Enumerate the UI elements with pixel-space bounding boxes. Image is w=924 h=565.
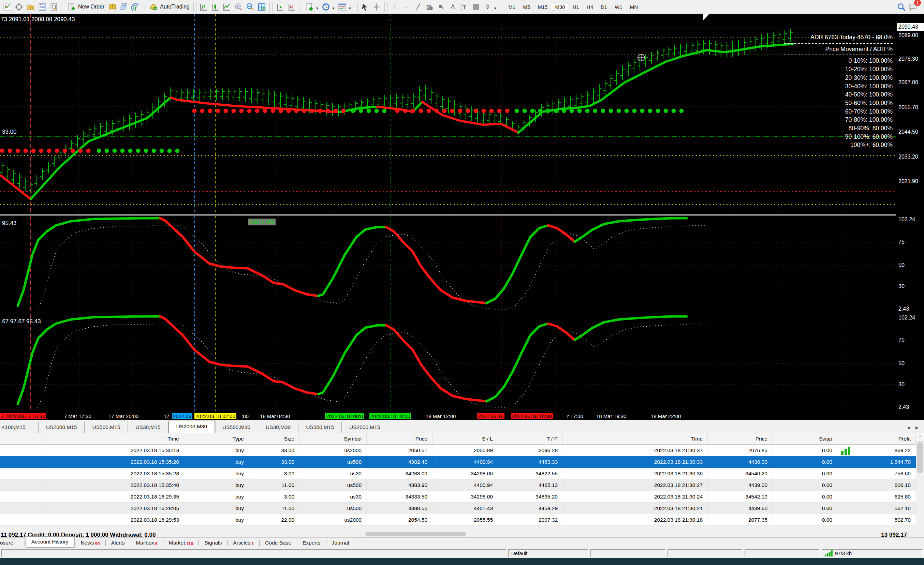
- chart-tab-us2000-m15[interactable]: US2000,M15: [342, 422, 388, 433]
- chart-tab-us500-m15[interactable]: US500,M15: [298, 422, 342, 433]
- terminal-tab-journal[interactable]: Journal: [327, 538, 354, 547]
- new-order-icon[interactable]: [66, 2, 77, 12]
- tile-windows-icon[interactable]: [257, 2, 267, 12]
- table-row[interactable]: 2022.03.18 15:35:13buy33.00us20002050.51…: [0, 445, 924, 456]
- shapes-tool-icon[interactable]: [471, 2, 481, 12]
- search-icon[interactable]: [896, 2, 906, 12]
- time-axis[interactable]: 7 2022.03.17 16:307 Mar 17:3017 Mar 20:0…: [0, 412, 924, 420]
- chart-tab-bar: K100,M15US2000,M15US500,M15US30,M15US200…: [0, 420, 924, 433]
- terminal-tab-code-base[interactable]: Code Base: [260, 538, 296, 547]
- column-header-type[interactable]: Type: [184, 433, 249, 444]
- column-header-price[interactable]: Price: [708, 433, 772, 444]
- terminal-tab-mailbox[interactable]: Mailbox6: [131, 538, 162, 548]
- chart-tab-us30-m30[interactable]: US30,M30: [258, 422, 298, 433]
- time-axis-label: 18 Mar 22:00: [651, 413, 681, 419]
- templates-dropdown-arrow[interactable]: ▼: [348, 6, 352, 10]
- horizontal-line-tool-icon[interactable]: —: [402, 2, 412, 12]
- strategy-cloud-icon[interactable]: [119, 2, 129, 12]
- timeframe-m30[interactable]: M30: [552, 3, 568, 11]
- chart-tab-k100-m15[interactable]: K100,M15: [0, 422, 39, 433]
- templates-icon[interactable]: [338, 2, 348, 12]
- chat-icon[interactable]: 1: [908, 2, 918, 12]
- autotrading-hat-icon[interactable]: [148, 2, 159, 12]
- column-header-time[interactable]: Time: [41, 433, 184, 444]
- timeframe-d1[interactable]: D1: [598, 3, 610, 11]
- table-horizontal-scrollbar[interactable]: [365, 532, 466, 537]
- terminal-tab-articles[interactable]: Articles1: [228, 538, 258, 548]
- timeframe-mn[interactable]: MN: [627, 3, 641, 11]
- chart-tab-us500-m30[interactable]: US500,M30: [215, 422, 258, 433]
- text-label-tool-icon[interactable]: T: [459, 2, 470, 12]
- terminal-tab-news[interactable]: News99: [76, 538, 105, 548]
- pane-separator[interactable]: [0, 313, 924, 314]
- column-header-sl[interactable]: S / L: [432, 433, 498, 444]
- text-tool-icon[interactable]: A: [448, 2, 458, 12]
- autotrading-button[interactable]: AutoTrading: [160, 4, 190, 10]
- line-chart-type-icon[interactable]: [222, 2, 232, 12]
- chart-tab-us2000-m15[interactable]: US2000,M15: [39, 422, 85, 433]
- timeframe-m15[interactable]: M15: [534, 3, 550, 11]
- arrows-dropdown-arrow[interactable]: ▼: [494, 6, 497, 10]
- channel-tool-icon[interactable]: ▨E: [424, 2, 435, 12]
- candlestick-type-icon[interactable]: [210, 2, 220, 12]
- zoom-out-icon[interactable]: [245, 2, 255, 12]
- auto-scroll-icon[interactable]: [275, 2, 285, 12]
- terminal-tab-signals[interactable]: Signals: [200, 538, 226, 547]
- arrows-tool-icon[interactable]: ⇕: [483, 2, 493, 12]
- chart-tab-us2000-m30[interactable]: US2000,M30: [168, 420, 215, 433]
- terminal-tab-experts[interactable]: Experts: [298, 538, 326, 547]
- timeframe-w1[interactable]: W1: [612, 3, 626, 11]
- scroll-up-arrow[interactable]: ⌃: [916, 433, 924, 442]
- cursor-icon[interactable]: [360, 2, 370, 12]
- pane-separator[interactable]: [0, 214, 924, 216]
- timeframe-h4[interactable]: H4: [584, 3, 596, 11]
- table-vertical-scrollbar[interactable]: ⌃: [916, 433, 924, 526]
- table-row[interactable]: 2022.03.18 15:35:40buy11.00us5004383.904…: [0, 480, 924, 491]
- table-row[interactable]: 2022.03.18 15:35:28buy3.00us3034288.0034…: [0, 468, 924, 480]
- table-row[interactable]: 2022.03.18 16:28:05buy11.00us5004388.504…: [0, 503, 924, 514]
- tab-badge: 110: [186, 541, 193, 546]
- timeframe-m1[interactable]: M1: [506, 3, 519, 11]
- table-row[interactable]: 2022.03.18 15:35:20buy33.00us5004382.404…: [0, 456, 924, 468]
- terminal-tab-account-history[interactable]: Account History: [26, 537, 74, 547]
- trendline-tool-icon[interactable]: ╱: [413, 2, 423, 12]
- vertical-line-tool-icon[interactable]: |: [390, 2, 400, 12]
- table-row[interactable]: 2022.03.18 16:29:35buy3.00us3034333.5034…: [0, 491, 924, 503]
- column-header-swap[interactable]: Swap: [772, 433, 837, 444]
- timeframe-m5[interactable]: M5: [520, 3, 533, 11]
- data-window-icon[interactable]: [48, 2, 58, 12]
- column-header-tp[interactable]: T / P: [498, 433, 563, 444]
- column-header-profit[interactable]: Profit: [837, 433, 916, 444]
- periods-dropdown-arrow[interactable]: ▼: [332, 6, 335, 10]
- crosshair-icon[interactable]: [372, 2, 382, 12]
- column-header-size[interactable]: Size: [249, 433, 300, 444]
- new-order-button[interactable]: New Order: [78, 4, 104, 10]
- new-chart-icon[interactable]: [304, 2, 315, 12]
- terminal-book-icon[interactable]: [107, 2, 117, 12]
- timeframe-h1[interactable]: H1: [570, 3, 582, 11]
- new-chart-dropdown-arrow[interactable]: ▼: [315, 6, 319, 10]
- chart-shift-icon[interactable]: [286, 2, 297, 12]
- bar-chart-type-icon[interactable]: [199, 2, 209, 12]
- table-row[interactable]: 2022.03.18 16:29:53buy22.00us20002054.50…: [0, 514, 924, 526]
- terminal-tab-alerts[interactable]: Alerts: [106, 538, 130, 547]
- terminal-tab-market[interactable]: Market110: [164, 538, 198, 548]
- chart-tab-scroll-arrows[interactable]: ◀ ▶: [907, 425, 921, 430]
- terminal-tab-osure[interactable]: osure: [0, 538, 24, 547]
- column-header-symbol[interactable]: Symbol: [300, 433, 367, 444]
- crosshair-target-icon[interactable]: [14, 2, 24, 12]
- scrollbar-thumb[interactable]: [917, 442, 923, 473]
- column-header-price[interactable]: Price: [367, 433, 432, 444]
- signals-icon[interactable]: [130, 2, 141, 12]
- column-header-blank[interactable]: [0, 433, 41, 444]
- favorites-folder-icon[interactable]: [25, 2, 36, 12]
- zoom-in-icon[interactable]: [234, 2, 244, 12]
- chart-window-icon[interactable]: [2, 2, 12, 12]
- fibonacci-tool-icon[interactable]: ≡F: [436, 2, 447, 12]
- column-header-time[interactable]: Time: [563, 433, 708, 444]
- chart-tab-us30-m15[interactable]: US30,M15: [128, 422, 168, 433]
- tick-list-icon[interactable]: [37, 2, 47, 12]
- periods-clock-icon[interactable]: [321, 2, 331, 12]
- chart-tab-us500-m15[interactable]: US500,M15: [85, 422, 128, 433]
- profile-selector[interactable]: Default: [508, 549, 588, 557]
